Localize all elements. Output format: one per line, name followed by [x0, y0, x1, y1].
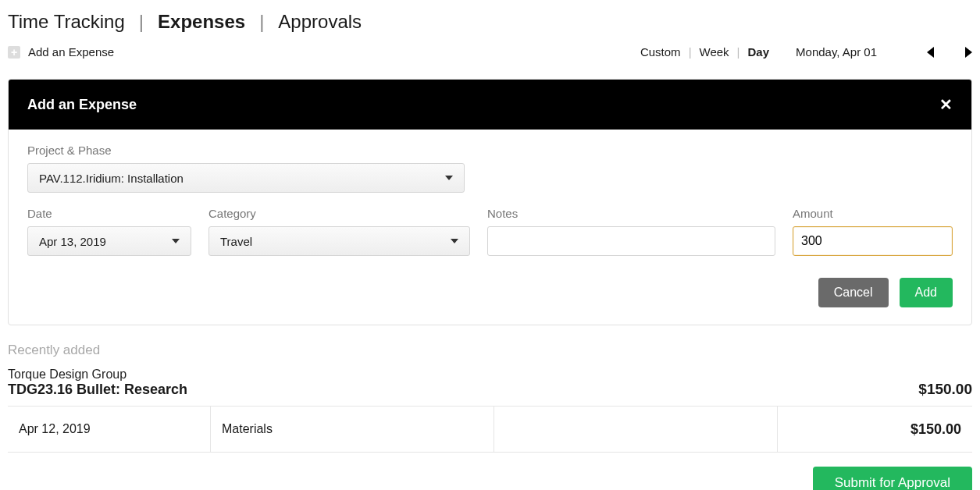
range-separator: |: [689, 45, 692, 59]
tab-expenses[interactable]: Expenses: [158, 11, 245, 33]
project-select-value: PAV.112.Iridium: Installation: [39, 172, 184, 185]
category-select[interactable]: Travel: [208, 226, 470, 256]
chevron-down-icon: [445, 176, 453, 180]
tab-approvals[interactable]: Approvals: [278, 11, 362, 33]
date-label: Date: [27, 207, 191, 220]
row-category: Materials: [211, 407, 494, 452]
recently-added-heading: Recently added: [8, 343, 972, 358]
modal-header: Add an Expense ✕: [9, 80, 971, 130]
recent-company: Torque Design Group: [8, 368, 187, 382]
add-expense-label: Add an Expense: [28, 45, 114, 59]
amount-input[interactable]: [793, 226, 953, 256]
project-select[interactable]: PAV.112.Iridium: Installation: [27, 163, 465, 193]
date-select[interactable]: Apr 13, 2019: [27, 226, 191, 256]
modal-title: Add an Expense: [27, 97, 137, 113]
top-tabs: Time Tracking | Expenses | Approvals: [8, 8, 972, 33]
tab-time-tracking[interactable]: Time Tracking: [8, 11, 125, 33]
range-custom[interactable]: Custom: [640, 45, 681, 59]
prev-day-icon[interactable]: [927, 47, 934, 58]
range-day[interactable]: Day: [748, 45, 770, 59]
next-day-icon[interactable]: [965, 47, 972, 58]
chevron-down-icon: [451, 239, 458, 243]
plus-icon: +: [8, 46, 20, 59]
range-week[interactable]: Week: [700, 45, 729, 59]
recent-table: Apr 12, 2019 Materials $150.00: [8, 406, 972, 453]
notes-label: Notes: [487, 207, 775, 220]
submit-for-approval-button[interactable]: Submit for Approval: [813, 467, 972, 490]
table-row[interactable]: Apr 12, 2019 Materials $150.00: [8, 407, 972, 452]
chevron-down-icon: [172, 239, 180, 243]
recent-project: TDG23.16 Bullet: Research: [8, 382, 187, 398]
row-date: Apr 12, 2019: [8, 407, 211, 452]
notes-input[interactable]: [487, 226, 775, 256]
current-date-display: Monday, Apr 01: [796, 45, 877, 59]
recent-total: $150.00: [918, 381, 972, 398]
tab-separator: |: [259, 11, 264, 33]
amount-label: Amount: [793, 207, 953, 220]
add-expense-link[interactable]: + Add an Expense: [8, 45, 114, 59]
row-amount: $150.00: [778, 407, 972, 452]
close-icon[interactable]: ✕: [939, 95, 953, 114]
project-label: Project & Phase: [27, 144, 465, 157]
category-select-value: Travel: [220, 235, 252, 248]
sub-bar: + Add an Expense Custom | Week | Day Mon…: [8, 45, 972, 59]
tab-separator: |: [139, 11, 144, 33]
range-options: Custom | Week | Day: [640, 45, 769, 59]
add-expense-modal: Add an Expense ✕ Project & Phase PAV.112…: [8, 79, 972, 325]
recently-added-section: Recently added Torque Design Group TDG23…: [8, 343, 972, 490]
range-separator: |: [737, 45, 740, 59]
add-button[interactable]: Add: [900, 278, 953, 307]
cancel-button[interactable]: Cancel: [818, 278, 889, 307]
row-notes: [494, 407, 778, 452]
category-label: Category: [208, 207, 470, 220]
date-select-value: Apr 13, 2019: [39, 235, 106, 248]
